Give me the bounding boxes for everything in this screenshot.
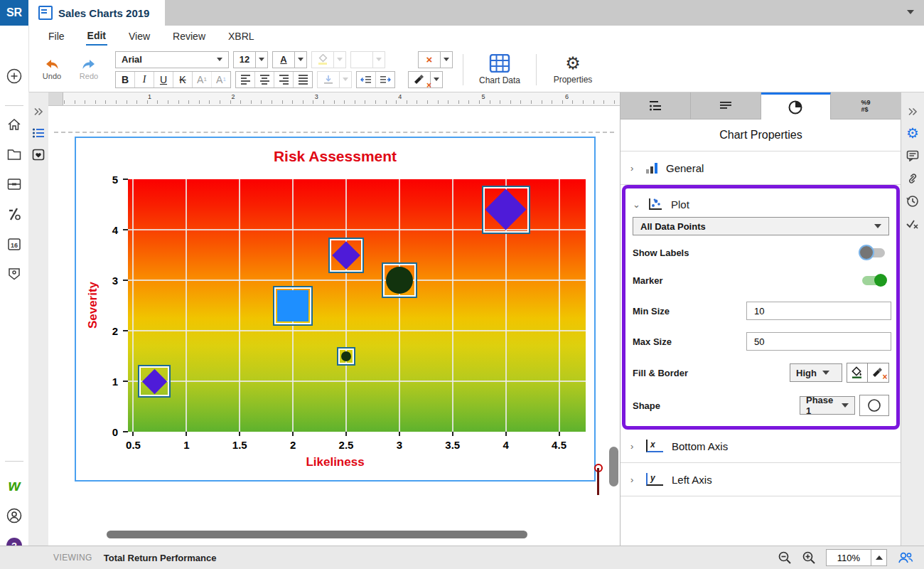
cell-fill-button[interactable]: [350, 51, 385, 68]
sidebar-item-files[interactable]: [0, 144, 28, 165]
indent-button[interactable]: [376, 72, 394, 87]
outline-view-button[interactable]: [28, 122, 48, 144]
toolbar-separator: [463, 54, 463, 85]
shape-picker-button[interactable]: [859, 395, 889, 416]
data-points-scope-select[interactable]: All Data Points: [633, 217, 889, 235]
data-point[interactable]: [138, 365, 171, 398]
tasks-button[interactable]: [901, 213, 924, 235]
collapse-panel-button[interactable]: [901, 101, 924, 122]
tab-document-outline[interactable]: [621, 92, 691, 119]
zoom-out-button[interactable]: [778, 551, 792, 565]
create-button[interactable]: [0, 65, 28, 87]
redo-button[interactable]: Redo: [75, 59, 102, 80]
zoom-in-icon: [802, 551, 816, 565]
vertical-scrollbar-thumb[interactable]: [609, 447, 618, 486]
zoom-in-button[interactable]: [802, 551, 816, 565]
tab-chart-properties[interactable]: [761, 92, 832, 119]
links-button[interactable]: [901, 168, 924, 189]
properties-button[interactable]: ⚙ Properties: [547, 55, 599, 85]
clear-formatting-button[interactable]: ×: [408, 71, 443, 88]
panel-title: Chart Properties: [621, 119, 901, 151]
dropdown-caret-icon: [376, 58, 382, 61]
align-justify-button[interactable]: [294, 72, 312, 87]
sidebar-divider: [5, 461, 23, 462]
chart-data-button[interactable]: Chart Data: [473, 54, 526, 85]
font-family-select[interactable]: Arial: [115, 51, 229, 68]
sidebar-item-labels[interactable]: [0, 263, 28, 284]
fill-color-button[interactable]: [847, 363, 868, 383]
x-tick-label: 2: [290, 439, 296, 451]
highlight-color-button[interactable]: [311, 51, 346, 68]
chart-selection-frame[interactable]: Risk Assessment Severity Likeliness 0.51…: [75, 137, 596, 482]
sidebar-item-calendar[interactable]: 16: [0, 233, 28, 255]
italic-button[interactable]: I: [135, 72, 154, 87]
sidebar-item-formulas[interactable]: [0, 203, 28, 225]
section-general[interactable]: › General: [621, 151, 901, 185]
section-plot[interactable]: ⌄ Plot: [633, 191, 889, 217]
data-point[interactable]: [382, 262, 417, 298]
outdent-button[interactable]: [357, 72, 376, 87]
shape-scope-select[interactable]: Phase 1: [800, 396, 855, 415]
window-menu-caret-icon[interactable]: [907, 10, 914, 14]
align-right-button[interactable]: [274, 72, 294, 87]
delete-format-button[interactable]: ×: [418, 51, 453, 68]
menu-view[interactable]: View: [127, 28, 151, 45]
bold-button[interactable]: B: [116, 72, 135, 87]
subscript-button[interactable]: A1: [212, 72, 230, 87]
superscript-button[interactable]: A1: [193, 72, 212, 87]
menu-edit[interactable]: Edit: [86, 27, 107, 46]
collaborators-button[interactable]: [897, 551, 914, 565]
gear-icon: ⚙: [565, 55, 581, 72]
account-button[interactable]: [0, 505, 28, 526]
menu-review[interactable]: Review: [171, 28, 207, 45]
zoom-spinner-button[interactable]: [871, 549, 887, 566]
tag-icon: [7, 267, 21, 281]
max-size-input[interactable]: [746, 332, 891, 351]
page-margin-guide: [54, 132, 614, 133]
ruler-corner: [48, 92, 63, 105]
history-button[interactable]: [901, 191, 924, 212]
tab-number-format[interactable]: %9#$: [831, 92, 901, 119]
data-point[interactable]: [337, 347, 355, 366]
panel-settings-button[interactable]: ⚙: [901, 122, 924, 144]
plot-area[interactable]: [128, 179, 586, 432]
strikethrough-button[interactable]: K: [173, 72, 193, 87]
document-icon: [38, 6, 53, 20]
data-point[interactable]: [328, 238, 364, 273]
align-left-button[interactable]: [236, 72, 255, 87]
sidebar-item-archive[interactable]: [0, 174, 28, 195]
menu-xbrl[interactable]: XBRL: [227, 28, 256, 45]
sidebar-item-home[interactable]: [0, 114, 28, 135]
fill-border-scope-select[interactable]: High: [790, 363, 842, 382]
data-point[interactable]: [482, 186, 530, 234]
border-color-button[interactable]: ×: [868, 363, 889, 383]
document-tab[interactable]: Sales Charts 2019: [28, 0, 165, 26]
align-center-button[interactable]: [255, 72, 274, 87]
x-tick-label: 4.5: [552, 439, 566, 451]
vertical-align-button[interactable]: [317, 71, 352, 88]
shape-label: Shape: [633, 400, 746, 411]
min-size-input[interactable]: [746, 302, 891, 320]
font-size-select[interactable]: 12: [233, 51, 268, 68]
zoom-level-input[interactable]: [826, 549, 871, 566]
text-cursor-pin[interactable]: [593, 464, 603, 496]
bookmarks-button[interactable]: [28, 144, 48, 165]
data-point[interactable]: [273, 286, 313, 326]
comments-button[interactable]: [901, 145, 924, 166]
font-color-button[interactable]: A: [272, 51, 307, 68]
tab-text-properties[interactable]: [691, 92, 761, 119]
grid-line-horizontal: [128, 330, 586, 331]
horizontal-scrollbar-thumb[interactable]: [107, 531, 527, 538]
user-avatar[interactable]: SR: [0, 0, 28, 26]
text-style-group: B I U K A1 A1: [115, 71, 231, 88]
undo-button[interactable]: Undo: [38, 59, 65, 80]
square-marker: [277, 290, 308, 321]
section-bottom-axis[interactable]: › x Bottom Axis: [621, 430, 901, 463]
section-left-axis[interactable]: › y Left Axis: [621, 463, 901, 496]
expand-panel-button[interactable]: [28, 101, 48, 122]
marker-toggle[interactable]: [862, 276, 885, 285]
chevron-right-icon: ›: [630, 441, 638, 452]
underline-button[interactable]: U: [154, 72, 173, 87]
menu-file[interactable]: File: [47, 28, 66, 45]
show-labels-toggle[interactable]: [862, 248, 885, 257]
